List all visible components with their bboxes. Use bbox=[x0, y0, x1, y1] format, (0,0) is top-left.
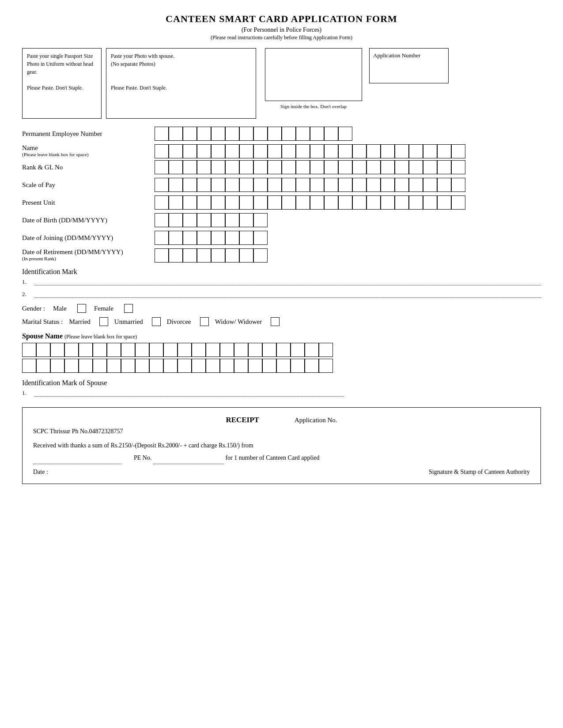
rank-box-7 bbox=[239, 160, 253, 174]
ident-num-2: 2. bbox=[22, 291, 34, 298]
dob-boxes bbox=[155, 213, 268, 227]
pu-box-13 bbox=[324, 195, 338, 210]
pen-box-7 bbox=[239, 127, 253, 141]
sp-box-5 bbox=[211, 178, 225, 192]
sn-r2-b2 bbox=[36, 359, 50, 373]
spouse-name-section: Spouse Name (Please leave blank box for … bbox=[22, 332, 541, 373]
sn-r2-b11 bbox=[163, 359, 178, 373]
pen-box-3 bbox=[183, 127, 197, 141]
married-label: Married bbox=[69, 318, 91, 326]
dor-boxes bbox=[155, 248, 268, 263]
gender-male-checkbox[interactable] bbox=[77, 304, 86, 313]
sp-box-15 bbox=[352, 178, 367, 192]
form-section: Permanent Employee Number Name (Please l… bbox=[22, 127, 541, 397]
pu-box-8 bbox=[253, 195, 268, 210]
sp-box-4 bbox=[197, 178, 211, 192]
sp-box-22 bbox=[451, 178, 465, 192]
identification-mark-title: Identification Mark bbox=[22, 268, 541, 276]
sn-r2-b5 bbox=[79, 359, 93, 373]
divorcee-checkbox[interactable] bbox=[200, 317, 209, 326]
dob-m2 bbox=[197, 213, 211, 227]
pu-box-18 bbox=[395, 195, 409, 210]
unmarried-checkbox[interactable] bbox=[152, 317, 161, 326]
application-number-label: Application Number bbox=[373, 52, 420, 59]
scale-pay-row: Scale of Pay bbox=[22, 178, 541, 192]
ident-line-1-row: 1. bbox=[22, 278, 541, 285]
pen-box-2 bbox=[169, 127, 183, 141]
sn-r1-b11 bbox=[163, 343, 178, 357]
sp-box-11 bbox=[296, 178, 310, 192]
pen-box-4 bbox=[197, 127, 211, 141]
dor-d2 bbox=[169, 248, 183, 263]
receipt-app-no-label: Application No. bbox=[295, 417, 337, 424]
name-boxes bbox=[155, 144, 465, 158]
sp-box-17 bbox=[381, 178, 395, 192]
sp-box-6 bbox=[225, 178, 239, 192]
ident-dotted-line-2 bbox=[34, 290, 541, 298]
sn-r2-b1 bbox=[22, 359, 36, 373]
dob-d2 bbox=[169, 213, 183, 227]
rank-box-6 bbox=[225, 160, 239, 174]
pu-box-21 bbox=[437, 195, 451, 210]
sn-r1-b15 bbox=[220, 343, 234, 357]
name-box-10 bbox=[282, 144, 296, 158]
gender-row: Gender : Male Female bbox=[22, 304, 541, 313]
name-box-12 bbox=[310, 144, 324, 158]
pen-box-11 bbox=[296, 127, 310, 141]
dor-y3 bbox=[239, 248, 253, 263]
dob-m1 bbox=[183, 213, 197, 227]
name-box-13 bbox=[324, 144, 338, 158]
present-unit-label: Present Unit bbox=[22, 199, 155, 206]
pu-box-22 bbox=[451, 195, 465, 210]
pu-box-17 bbox=[381, 195, 395, 210]
widow-checkbox[interactable] bbox=[271, 317, 280, 326]
sn-r2-b15 bbox=[220, 359, 234, 373]
sn-r2-b22 bbox=[319, 359, 333, 373]
sp-box-10 bbox=[282, 178, 296, 192]
dor-m1 bbox=[183, 248, 197, 263]
doj-d1 bbox=[155, 231, 169, 245]
sp-box-3 bbox=[183, 178, 197, 192]
married-checkbox[interactable] bbox=[99, 317, 108, 326]
doj-d2 bbox=[169, 231, 183, 245]
pen-box-6 bbox=[225, 127, 239, 141]
sn-r1-b7 bbox=[107, 343, 121, 357]
name-box-5 bbox=[211, 144, 225, 158]
sn-r1-b5 bbox=[79, 343, 93, 357]
spouse-name-row2 bbox=[22, 359, 541, 373]
rank-box-1 bbox=[155, 160, 169, 174]
marital-label: Marital Status : bbox=[22, 318, 63, 326]
pen-label: Permanent Employee Number bbox=[22, 130, 155, 138]
name-box-3 bbox=[183, 144, 197, 158]
receipt-dots-1 bbox=[33, 457, 121, 464]
sn-r2-b8 bbox=[121, 359, 135, 373]
gender-female-checkbox[interactable] bbox=[124, 304, 133, 313]
receipt-body: Received with thanks a sum of Rs.2150/-(… bbox=[33, 439, 530, 464]
sp-box-12 bbox=[310, 178, 324, 192]
name-box-8 bbox=[253, 144, 268, 158]
sn-r2-b17 bbox=[248, 359, 262, 373]
name-box-15 bbox=[352, 144, 367, 158]
pen-box-9 bbox=[268, 127, 282, 141]
doj-label: Date of Joining (DD/MM/YYYY) bbox=[22, 234, 155, 242]
name-box-14 bbox=[338, 144, 352, 158]
doj-boxes bbox=[155, 231, 268, 245]
rank-box-8 bbox=[253, 160, 268, 174]
rank-box-4 bbox=[197, 160, 211, 174]
rank-box-2 bbox=[169, 160, 183, 174]
pu-box-15 bbox=[352, 195, 367, 210]
pu-box-19 bbox=[409, 195, 423, 210]
rank-box-10 bbox=[282, 160, 296, 174]
sn-r2-b16 bbox=[234, 359, 248, 373]
sp-box-9 bbox=[268, 178, 282, 192]
rank-box-12 bbox=[310, 160, 324, 174]
rank-box-15 bbox=[352, 160, 367, 174]
name-box-4 bbox=[197, 144, 211, 158]
sn-r2-b12 bbox=[178, 359, 192, 373]
pu-box-9 bbox=[268, 195, 282, 210]
sn-r1-b9 bbox=[135, 343, 149, 357]
pen-box-13 bbox=[324, 127, 338, 141]
receipt-header: RECEIPT Application No. bbox=[33, 416, 530, 424]
ident-dotted-line-1 bbox=[34, 278, 541, 285]
doj-y2 bbox=[225, 231, 239, 245]
